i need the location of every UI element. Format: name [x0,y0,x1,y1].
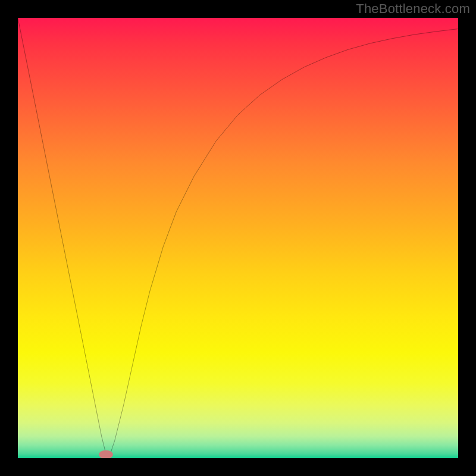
chart-frame: TheBottleneck.com [0,0,476,476]
plot-svg [18,18,458,458]
bottleneck-marker [99,450,113,458]
watermark-text: TheBottleneck.com [356,1,470,17]
plot-area [18,18,458,458]
bottleneck-curve [18,18,458,454]
